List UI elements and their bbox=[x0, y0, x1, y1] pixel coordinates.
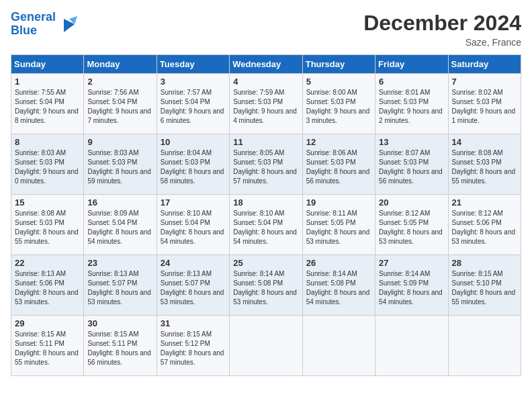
calendar-cell: 2Sunrise: 7:56 AMSunset: 5:04 PMDaylight… bbox=[84, 74, 157, 134]
location: Saze, France bbox=[363, 37, 521, 48]
day-info: Sunrise: 8:03 AMSunset: 5:03 PMDaylight:… bbox=[15, 149, 79, 185]
day-number: 20 bbox=[379, 197, 444, 208]
day-info: Sunrise: 8:08 AMSunset: 5:03 PMDaylight:… bbox=[15, 210, 79, 245]
day-number: 30 bbox=[87, 318, 152, 328]
day-info: Sunrise: 8:10 AMSunset: 5:04 PMDaylight:… bbox=[233, 210, 297, 245]
calendar-cell: 28Sunrise: 8:15 AMSunset: 5:10 PMDayligh… bbox=[448, 255, 521, 316]
calendar-cell: 19Sunrise: 8:11 AMSunset: 5:05 PMDayligh… bbox=[302, 195, 375, 255]
calendar-cell: 11Sunrise: 8:05 AMSunset: 5:03 PMDayligh… bbox=[230, 134, 302, 195]
title-block: December 2024 Saze, France bbox=[363, 11, 521, 48]
calendar-cell: 1Sunrise: 7:55 AMSunset: 5:04 PMDaylight… bbox=[11, 74, 84, 134]
calendar-cell: 9Sunrise: 8:03 AMSunset: 5:03 PMDaylight… bbox=[84, 134, 157, 195]
day-number: 12 bbox=[306, 137, 371, 147]
day-number: 31 bbox=[161, 318, 226, 328]
header-row: Sunday Monday Tuesday Wednesday Thursday… bbox=[11, 55, 521, 74]
calendar-body: 1Sunrise: 7:55 AMSunset: 5:04 PMDaylight… bbox=[11, 74, 521, 376]
day-info: Sunrise: 8:15 AMSunset: 5:11 PMDaylight:… bbox=[87, 330, 151, 366]
calendar-cell: 4Sunrise: 7:59 AMSunset: 5:03 PMDaylight… bbox=[230, 74, 302, 134]
calendar-row: 15Sunrise: 8:08 AMSunset: 5:03 PMDayligh… bbox=[11, 195, 521, 255]
calendar-cell: 14Sunrise: 8:08 AMSunset: 5:03 PMDayligh… bbox=[448, 134, 521, 195]
col-saturday: Saturday bbox=[448, 55, 521, 74]
month-title: December 2024 bbox=[363, 11, 521, 36]
calendar-cell: 20Sunrise: 8:12 AMSunset: 5:05 PMDayligh… bbox=[375, 195, 448, 255]
calendar-cell: 6Sunrise: 8:01 AMSunset: 5:03 PMDaylight… bbox=[375, 74, 448, 134]
calendar-cell: 26Sunrise: 8:14 AMSunset: 5:08 PMDayligh… bbox=[302, 255, 375, 316]
day-number: 25 bbox=[233, 258, 298, 268]
day-number: 11 bbox=[233, 137, 298, 147]
day-info: Sunrise: 8:15 AMSunset: 5:11 PMDaylight:… bbox=[15, 330, 79, 366]
day-number: 14 bbox=[452, 137, 517, 147]
day-info: Sunrise: 7:59 AMSunset: 5:03 PMDaylight:… bbox=[233, 89, 297, 124]
logo-text: General Blue bbox=[11, 11, 56, 38]
day-info: Sunrise: 8:12 AMSunset: 5:06 PMDaylight:… bbox=[452, 210, 516, 245]
day-info: Sunrise: 8:14 AMSunset: 5:08 PMDaylight:… bbox=[306, 270, 370, 306]
day-number: 17 bbox=[161, 197, 226, 208]
day-number: 9 bbox=[87, 137, 152, 147]
calendar-cell: 25Sunrise: 8:14 AMSunset: 5:08 PMDayligh… bbox=[230, 255, 302, 316]
day-info: Sunrise: 8:07 AMSunset: 5:03 PMDaylight:… bbox=[379, 149, 443, 185]
day-number: 1 bbox=[15, 77, 80, 87]
logo: General Blue bbox=[11, 11, 80, 38]
calendar-cell: 17Sunrise: 8:10 AMSunset: 5:04 PMDayligh… bbox=[157, 195, 229, 255]
day-info: Sunrise: 8:13 AMSunset: 5:07 PMDaylight:… bbox=[161, 270, 224, 306]
day-info: Sunrise: 8:02 AMSunset: 5:03 PMDaylight:… bbox=[452, 89, 516, 124]
day-number: 26 bbox=[306, 258, 371, 268]
col-thursday: Thursday bbox=[302, 55, 375, 74]
calendar-row: 29Sunrise: 8:15 AMSunset: 5:11 PMDayligh… bbox=[11, 316, 521, 376]
day-number: 24 bbox=[161, 258, 226, 268]
day-info: Sunrise: 8:14 AMSunset: 5:09 PMDaylight:… bbox=[379, 270, 443, 306]
day-number: 23 bbox=[87, 258, 152, 268]
day-number: 22 bbox=[15, 258, 80, 268]
day-number: 3 bbox=[161, 77, 226, 87]
day-info: Sunrise: 8:13 AMSunset: 5:07 PMDaylight:… bbox=[87, 270, 151, 306]
calendar-row: 1Sunrise: 7:55 AMSunset: 5:04 PMDaylight… bbox=[11, 74, 521, 134]
day-info: Sunrise: 8:11 AMSunset: 5:05 PMDaylight:… bbox=[306, 210, 370, 245]
day-info: Sunrise: 8:09 AMSunset: 5:04 PMDaylight:… bbox=[87, 210, 151, 245]
day-number: 15 bbox=[15, 197, 80, 208]
calendar-cell: 13Sunrise: 8:07 AMSunset: 5:03 PMDayligh… bbox=[375, 134, 448, 195]
col-friday: Friday bbox=[375, 55, 448, 74]
day-info: Sunrise: 7:57 AMSunset: 5:04 PMDaylight:… bbox=[161, 89, 224, 124]
day-number: 5 bbox=[306, 77, 371, 87]
calendar-cell: 16Sunrise: 8:09 AMSunset: 5:04 PMDayligh… bbox=[84, 195, 157, 255]
calendar-cell bbox=[375, 316, 448, 376]
calendar-table: Sunday Monday Tuesday Wednesday Thursday… bbox=[11, 54, 521, 376]
calendar-cell bbox=[230, 316, 302, 376]
day-info: Sunrise: 8:05 AMSunset: 5:03 PMDaylight:… bbox=[233, 149, 297, 185]
day-number: 7 bbox=[452, 77, 517, 87]
day-info: Sunrise: 8:10 AMSunset: 5:04 PMDaylight:… bbox=[161, 210, 224, 245]
day-number: 6 bbox=[379, 77, 444, 87]
calendar-cell: 3Sunrise: 7:57 AMSunset: 5:04 PMDaylight… bbox=[157, 74, 229, 134]
calendar-cell: 29Sunrise: 8:15 AMSunset: 5:11 PMDayligh… bbox=[11, 316, 84, 376]
calendar-cell: 7Sunrise: 8:02 AMSunset: 5:03 PMDaylight… bbox=[448, 74, 521, 134]
day-info: Sunrise: 7:55 AMSunset: 5:04 PMDaylight:… bbox=[15, 89, 79, 124]
calendar-cell: 30Sunrise: 8:15 AMSunset: 5:11 PMDayligh… bbox=[84, 316, 157, 376]
logo-general: General bbox=[11, 10, 56, 24]
col-sunday: Sunday bbox=[11, 55, 84, 74]
col-tuesday: Tuesday bbox=[157, 55, 229, 74]
day-info: Sunrise: 8:06 AMSunset: 5:03 PMDaylight:… bbox=[306, 149, 370, 185]
day-info: Sunrise: 7:56 AMSunset: 5:04 PMDaylight:… bbox=[87, 89, 151, 124]
day-number: 16 bbox=[87, 197, 152, 208]
day-number: 13 bbox=[379, 137, 444, 147]
col-wednesday: Wednesday bbox=[230, 55, 302, 74]
day-number: 8 bbox=[15, 137, 80, 147]
day-number: 21 bbox=[452, 197, 517, 208]
day-number: 18 bbox=[233, 197, 298, 208]
calendar-cell: 21Sunrise: 8:12 AMSunset: 5:06 PMDayligh… bbox=[448, 195, 521, 255]
day-number: 29 bbox=[15, 318, 80, 328]
calendar-cell: 27Sunrise: 8:14 AMSunset: 5:09 PMDayligh… bbox=[375, 255, 448, 316]
day-info: Sunrise: 8:00 AMSunset: 5:03 PMDaylight:… bbox=[306, 89, 370, 124]
day-info: Sunrise: 8:15 AMSunset: 5:10 PMDaylight:… bbox=[452, 270, 516, 306]
day-number: 4 bbox=[233, 77, 298, 87]
page-header: General Blue December 2024 Saze, France bbox=[11, 11, 521, 48]
calendar-cell: 5Sunrise: 8:00 AMSunset: 5:03 PMDaylight… bbox=[302, 74, 375, 134]
calendar-cell: 23Sunrise: 8:13 AMSunset: 5:07 PMDayligh… bbox=[84, 255, 157, 316]
calendar-cell: 31Sunrise: 8:15 AMSunset: 5:12 PMDayligh… bbox=[157, 316, 229, 376]
calendar-cell: 10Sunrise: 8:04 AMSunset: 5:03 PMDayligh… bbox=[157, 134, 229, 195]
day-number: 19 bbox=[306, 197, 371, 208]
day-info: Sunrise: 8:15 AMSunset: 5:12 PMDaylight:… bbox=[161, 330, 224, 366]
day-info: Sunrise: 8:08 AMSunset: 5:03 PMDaylight:… bbox=[452, 149, 516, 185]
calendar-row: 8Sunrise: 8:03 AMSunset: 5:03 PMDaylight… bbox=[11, 134, 521, 195]
calendar-cell: 8Sunrise: 8:03 AMSunset: 5:03 PMDaylight… bbox=[11, 134, 84, 195]
